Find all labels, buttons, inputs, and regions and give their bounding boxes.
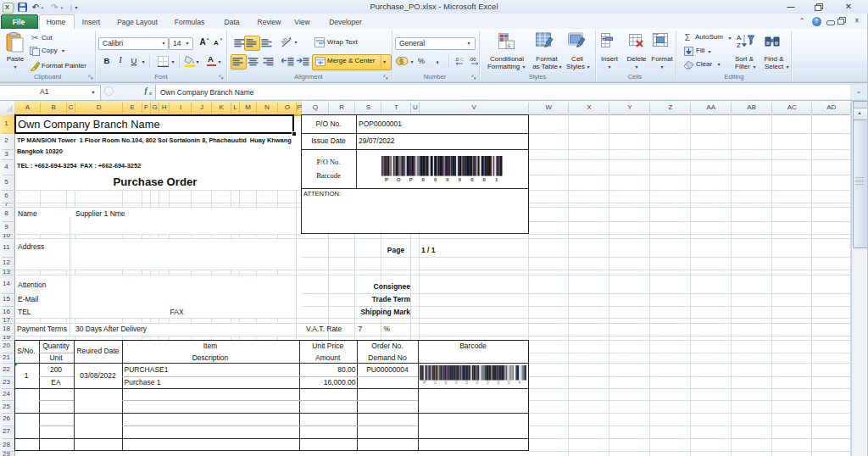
svg-text:A: A [737,34,742,42]
svg-text:Z: Z [737,42,741,48]
svg-text:≤: ≤ [508,42,511,48]
svg-text:0: 0 [460,57,464,62]
svg-text:.0: .0 [454,57,459,62]
svg-text:.00: .00 [469,57,476,62]
svg-text:$: $ [400,58,403,64]
svg-text:ab: ab [281,36,288,45]
